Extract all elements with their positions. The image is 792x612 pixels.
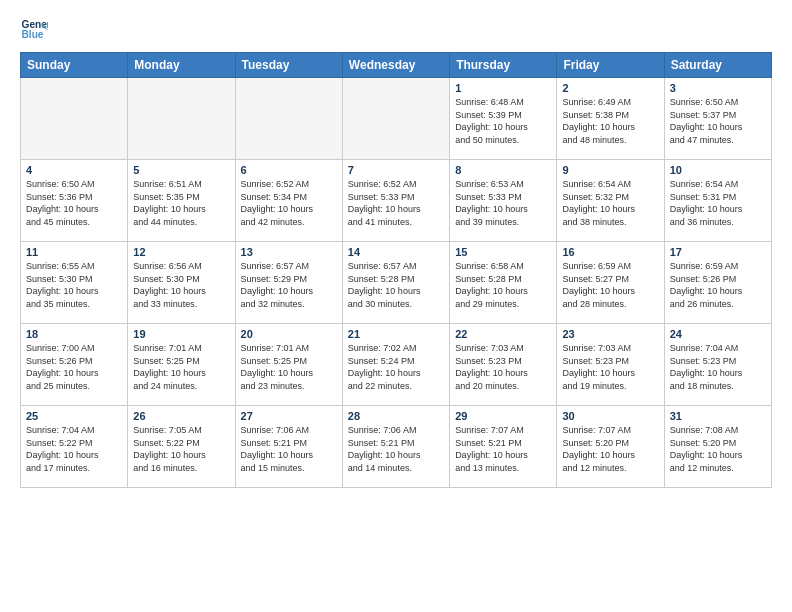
header: General Blue <box>20 16 772 44</box>
calendar-cell <box>235 78 342 160</box>
day-number: 5 <box>133 164 229 176</box>
day-info: Sunrise: 7:01 AM Sunset: 5:25 PM Dayligh… <box>133 342 229 392</box>
day-number: 3 <box>670 82 766 94</box>
day-info: Sunrise: 6:53 AM Sunset: 5:33 PM Dayligh… <box>455 178 551 228</box>
day-number: 22 <box>455 328 551 340</box>
day-number: 10 <box>670 164 766 176</box>
day-info: Sunrise: 7:02 AM Sunset: 5:24 PM Dayligh… <box>348 342 444 392</box>
calendar-cell: 13Sunrise: 6:57 AM Sunset: 5:29 PM Dayli… <box>235 242 342 324</box>
weekday-header-row: SundayMondayTuesdayWednesdayThursdayFrid… <box>21 53 772 78</box>
day-number: 23 <box>562 328 658 340</box>
calendar-cell: 5Sunrise: 6:51 AM Sunset: 5:35 PM Daylig… <box>128 160 235 242</box>
calendar-cell: 18Sunrise: 7:00 AM Sunset: 5:26 PM Dayli… <box>21 324 128 406</box>
day-info: Sunrise: 6:49 AM Sunset: 5:38 PM Dayligh… <box>562 96 658 146</box>
day-number: 7 <box>348 164 444 176</box>
day-info: Sunrise: 7:04 AM Sunset: 5:23 PM Dayligh… <box>670 342 766 392</box>
calendar-cell: 28Sunrise: 7:06 AM Sunset: 5:21 PM Dayli… <box>342 406 449 488</box>
day-number: 17 <box>670 246 766 258</box>
calendar-cell: 22Sunrise: 7:03 AM Sunset: 5:23 PM Dayli… <box>450 324 557 406</box>
day-number: 26 <box>133 410 229 422</box>
calendar-cell: 26Sunrise: 7:05 AM Sunset: 5:22 PM Dayli… <box>128 406 235 488</box>
calendar-cell: 10Sunrise: 6:54 AM Sunset: 5:31 PM Dayli… <box>664 160 771 242</box>
day-number: 24 <box>670 328 766 340</box>
day-number: 27 <box>241 410 337 422</box>
day-info: Sunrise: 7:04 AM Sunset: 5:22 PM Dayligh… <box>26 424 122 474</box>
logo-icon: General Blue <box>20 16 48 44</box>
day-number: 2 <box>562 82 658 94</box>
week-row-2: 11Sunrise: 6:55 AM Sunset: 5:30 PM Dayli… <box>21 242 772 324</box>
calendar-cell: 16Sunrise: 6:59 AM Sunset: 5:27 PM Dayli… <box>557 242 664 324</box>
day-info: Sunrise: 7:07 AM Sunset: 5:20 PM Dayligh… <box>562 424 658 474</box>
calendar-cell <box>21 78 128 160</box>
day-number: 15 <box>455 246 551 258</box>
calendar-cell: 27Sunrise: 7:06 AM Sunset: 5:21 PM Dayli… <box>235 406 342 488</box>
weekday-header-sunday: Sunday <box>21 53 128 78</box>
day-info: Sunrise: 6:54 AM Sunset: 5:31 PM Dayligh… <box>670 178 766 228</box>
calendar-cell: 9Sunrise: 6:54 AM Sunset: 5:32 PM Daylig… <box>557 160 664 242</box>
day-info: Sunrise: 6:50 AM Sunset: 5:36 PM Dayligh… <box>26 178 122 228</box>
day-info: Sunrise: 6:50 AM Sunset: 5:37 PM Dayligh… <box>670 96 766 146</box>
day-info: Sunrise: 7:01 AM Sunset: 5:25 PM Dayligh… <box>241 342 337 392</box>
calendar-cell: 1Sunrise: 6:48 AM Sunset: 5:39 PM Daylig… <box>450 78 557 160</box>
calendar-cell: 3Sunrise: 6:50 AM Sunset: 5:37 PM Daylig… <box>664 78 771 160</box>
day-info: Sunrise: 6:58 AM Sunset: 5:28 PM Dayligh… <box>455 260 551 310</box>
day-info: Sunrise: 7:03 AM Sunset: 5:23 PM Dayligh… <box>455 342 551 392</box>
calendar-cell <box>342 78 449 160</box>
calendar-cell: 11Sunrise: 6:55 AM Sunset: 5:30 PM Dayli… <box>21 242 128 324</box>
day-number: 16 <box>562 246 658 258</box>
day-info: Sunrise: 6:56 AM Sunset: 5:30 PM Dayligh… <box>133 260 229 310</box>
day-info: Sunrise: 7:06 AM Sunset: 5:21 PM Dayligh… <box>241 424 337 474</box>
calendar-cell: 30Sunrise: 7:07 AM Sunset: 5:20 PM Dayli… <box>557 406 664 488</box>
week-row-3: 18Sunrise: 7:00 AM Sunset: 5:26 PM Dayli… <box>21 324 772 406</box>
day-number: 18 <box>26 328 122 340</box>
weekday-header-tuesday: Tuesday <box>235 53 342 78</box>
day-number: 6 <box>241 164 337 176</box>
day-info: Sunrise: 7:07 AM Sunset: 5:21 PM Dayligh… <box>455 424 551 474</box>
day-info: Sunrise: 6:57 AM Sunset: 5:29 PM Dayligh… <box>241 260 337 310</box>
day-number: 29 <box>455 410 551 422</box>
day-number: 31 <box>670 410 766 422</box>
calendar-cell: 6Sunrise: 6:52 AM Sunset: 5:34 PM Daylig… <box>235 160 342 242</box>
calendar-cell: 4Sunrise: 6:50 AM Sunset: 5:36 PM Daylig… <box>21 160 128 242</box>
day-info: Sunrise: 6:57 AM Sunset: 5:28 PM Dayligh… <box>348 260 444 310</box>
day-info: Sunrise: 6:48 AM Sunset: 5:39 PM Dayligh… <box>455 96 551 146</box>
day-info: Sunrise: 7:05 AM Sunset: 5:22 PM Dayligh… <box>133 424 229 474</box>
weekday-header-monday: Monday <box>128 53 235 78</box>
day-info: Sunrise: 6:52 AM Sunset: 5:34 PM Dayligh… <box>241 178 337 228</box>
day-info: Sunrise: 6:59 AM Sunset: 5:27 PM Dayligh… <box>562 260 658 310</box>
calendar-cell: 8Sunrise: 6:53 AM Sunset: 5:33 PM Daylig… <box>450 160 557 242</box>
calendar-cell <box>128 78 235 160</box>
day-number: 9 <box>562 164 658 176</box>
weekday-header-saturday: Saturday <box>664 53 771 78</box>
day-number: 28 <box>348 410 444 422</box>
day-number: 1 <box>455 82 551 94</box>
day-number: 11 <box>26 246 122 258</box>
day-info: Sunrise: 6:59 AM Sunset: 5:26 PM Dayligh… <box>670 260 766 310</box>
day-info: Sunrise: 7:06 AM Sunset: 5:21 PM Dayligh… <box>348 424 444 474</box>
day-number: 13 <box>241 246 337 258</box>
week-row-4: 25Sunrise: 7:04 AM Sunset: 5:22 PM Dayli… <box>21 406 772 488</box>
day-info: Sunrise: 7:00 AM Sunset: 5:26 PM Dayligh… <box>26 342 122 392</box>
day-info: Sunrise: 6:54 AM Sunset: 5:32 PM Dayligh… <box>562 178 658 228</box>
calendar-cell: 19Sunrise: 7:01 AM Sunset: 5:25 PM Dayli… <box>128 324 235 406</box>
day-number: 20 <box>241 328 337 340</box>
day-info: Sunrise: 6:55 AM Sunset: 5:30 PM Dayligh… <box>26 260 122 310</box>
weekday-header-friday: Friday <box>557 53 664 78</box>
calendar-cell: 15Sunrise: 6:58 AM Sunset: 5:28 PM Dayli… <box>450 242 557 324</box>
calendar-table: SundayMondayTuesdayWednesdayThursdayFrid… <box>20 52 772 488</box>
calendar-cell: 23Sunrise: 7:03 AM Sunset: 5:23 PM Dayli… <box>557 324 664 406</box>
calendar-cell: 20Sunrise: 7:01 AM Sunset: 5:25 PM Dayli… <box>235 324 342 406</box>
week-row-1: 4Sunrise: 6:50 AM Sunset: 5:36 PM Daylig… <box>21 160 772 242</box>
calendar-cell: 29Sunrise: 7:07 AM Sunset: 5:21 PM Dayli… <box>450 406 557 488</box>
week-row-0: 1Sunrise: 6:48 AM Sunset: 5:39 PM Daylig… <box>21 78 772 160</box>
weekday-header-wednesday: Wednesday <box>342 53 449 78</box>
calendar-cell: 21Sunrise: 7:02 AM Sunset: 5:24 PM Dayli… <box>342 324 449 406</box>
calendar-cell: 31Sunrise: 7:08 AM Sunset: 5:20 PM Dayli… <box>664 406 771 488</box>
day-number: 21 <box>348 328 444 340</box>
day-number: 4 <box>26 164 122 176</box>
calendar-cell: 7Sunrise: 6:52 AM Sunset: 5:33 PM Daylig… <box>342 160 449 242</box>
day-number: 12 <box>133 246 229 258</box>
day-number: 19 <box>133 328 229 340</box>
day-info: Sunrise: 7:03 AM Sunset: 5:23 PM Dayligh… <box>562 342 658 392</box>
page: General Blue SundayMondayTuesdayWednesda… <box>0 0 792 612</box>
